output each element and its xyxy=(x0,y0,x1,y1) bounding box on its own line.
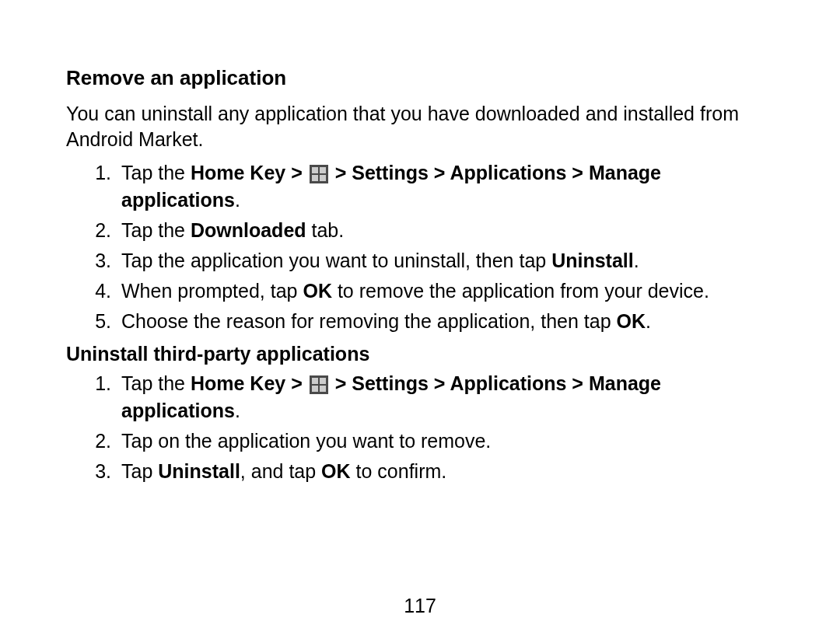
step-text: Choose the reason for removing the appli… xyxy=(121,310,617,332)
step-bold: OK xyxy=(321,460,351,482)
section-heading: Remove an application xyxy=(66,66,778,90)
document-page: Remove an application You can uninstall … xyxy=(0,0,840,485)
step-item: Tap the Downloaded tab. xyxy=(117,217,778,244)
step-text: to remove the application from your devi… xyxy=(332,280,709,302)
step-bold: Downloaded xyxy=(191,219,306,241)
subsection-heading: Uninstall third-party applications xyxy=(66,343,778,365)
step-text: , and tap xyxy=(240,460,321,482)
step-text: . xyxy=(235,400,240,421)
step-bold: OK xyxy=(617,310,646,332)
step-text: Tap the application you want to uninstal… xyxy=(121,250,551,271)
step-item: Tap on the application you want to remov… xyxy=(117,428,778,455)
step-bold: Uninstall xyxy=(158,460,240,482)
step-text: When prompted, tap xyxy=(121,280,303,302)
step-bold: Uninstall xyxy=(551,250,634,271)
step-bold: Home Key > xyxy=(191,372,308,394)
step-text: Tap xyxy=(121,460,158,482)
step-text: Tap the xyxy=(121,219,191,241)
step-item: Tap the application you want to uninstal… xyxy=(117,247,778,274)
step-text: to confirm. xyxy=(351,460,447,482)
step-item: Tap the Home Key > > Settings > Applicat… xyxy=(117,370,778,424)
step-bold: Home Key > xyxy=(191,162,308,183)
step-bold: OK xyxy=(303,280,332,302)
steps-list-2: Tap the Home Key > > Settings > Applicat… xyxy=(66,370,778,485)
apps-drawer-icon xyxy=(310,165,328,183)
step-item: Choose the reason for removing the appli… xyxy=(117,308,778,335)
step-text: . xyxy=(235,189,240,211)
steps-list-1: Tap the Home Key > > Settings > Applicat… xyxy=(66,159,778,335)
step-item: Tap the Home Key > > Settings > Applicat… xyxy=(117,159,778,214)
step-item: When prompted, tap OK to remove the appl… xyxy=(117,278,778,305)
step-text: Tap on the application you want to remov… xyxy=(121,430,491,452)
step-text: . xyxy=(634,250,639,271)
step-text: . xyxy=(646,310,651,332)
step-item: Tap Uninstall, and tap OK to confirm. xyxy=(117,458,778,485)
step-text: Tap the xyxy=(121,162,191,183)
page-number: 117 xyxy=(0,595,840,617)
apps-drawer-icon xyxy=(310,375,328,394)
step-text: tab. xyxy=(306,219,345,241)
intro-paragraph: You can uninstall any application that y… xyxy=(66,101,778,152)
step-text: Tap the xyxy=(121,372,191,394)
